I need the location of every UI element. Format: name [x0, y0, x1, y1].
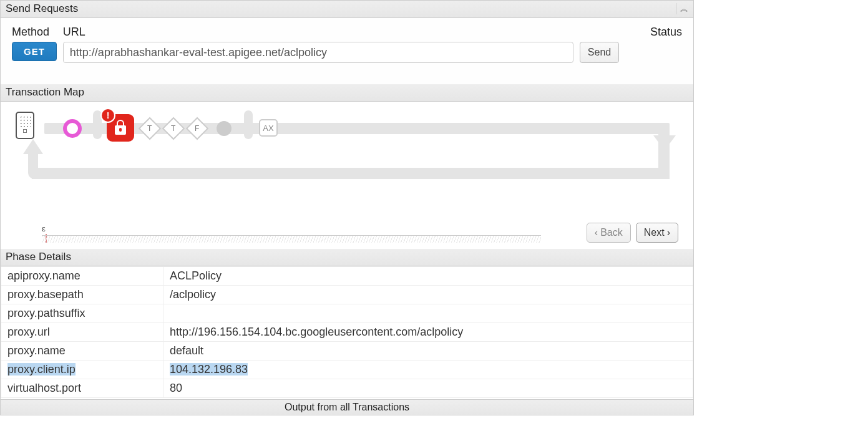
send-button[interactable]: Send [580, 42, 619, 63]
timeline-track [42, 235, 541, 243]
transaction-map-body: ! T T F AX [1, 102, 693, 249]
method-label: Method [12, 26, 57, 39]
device-home [23, 129, 27, 133]
phase-key: proxy.url [7, 326, 50, 338]
condition-node-2[interactable]: T [165, 120, 182, 137]
flow-line-bottom [32, 168, 670, 179]
phase-key: proxy.name [7, 344, 66, 357]
phase-value: http://196.156.154.104.bc.googleusercont… [170, 326, 463, 338]
request-row: Method GET URL Send Status [12, 26, 682, 63]
device-grid [19, 115, 31, 127]
main-column: Send Requests ︽ Method GET URL Send Stat… [0, 0, 694, 415]
lock-icon: ! [107, 114, 134, 142]
url-input[interactable] [63, 42, 573, 63]
phase-details-table: apiproxy.nameACLPolicyproxy.basepath/acl… [1, 266, 693, 398]
phase-value: 80 [170, 382, 182, 394]
dot-node[interactable] [217, 121, 232, 136]
chevron-right-icon: › [667, 227, 670, 238]
error-badge-icon: ! [102, 109, 114, 122]
phase-key: virtualhost.port [7, 382, 81, 394]
transaction-map-title: Transaction Map [6, 86, 84, 99]
phase-value: default [170, 344, 203, 357]
nav-buttons: ‹ Back Next › [587, 223, 678, 243]
method-col: Method GET [12, 26, 57, 61]
back-button[interactable]: ‹ Back [587, 223, 631, 243]
table-row[interactable]: proxy.pathsuffix [1, 304, 693, 323]
request-start-node[interactable] [63, 119, 82, 138]
client-device-icon[interactable] [16, 112, 34, 139]
chevron-left-icon: ‹ [595, 227, 598, 238]
diamond-icon: T [139, 117, 162, 140]
table-row[interactable]: proxy.urlhttp://196.156.154.104.bc.googl… [1, 323, 693, 342]
diamond-icon: T [162, 117, 185, 140]
send-requests-title: Send Requests [6, 2, 78, 15]
method-button[interactable]: GET [12, 42, 57, 61]
next-button[interactable]: Next › [636, 223, 678, 243]
send-col: Send [580, 26, 619, 63]
phase-key: proxy.pathsuffix [7, 307, 85, 319]
send-requests-header: Send Requests ︽ [1, 1, 693, 18]
phase-key: proxy.client.ip [7, 363, 76, 376]
ring-icon [63, 119, 82, 138]
separator-1 [93, 110, 102, 139]
send-requests-panel: Send Requests ︽ Method GET URL Send Stat… [1, 1, 693, 84]
table-row[interactable]: apiproxy.nameACLPolicy [1, 267, 693, 286]
epsilon-label: ε [42, 224, 46, 233]
transaction-map-panel: Transaction Map ! [1, 84, 693, 249]
url-col: URL [63, 26, 573, 63]
right-gutter [694, 0, 868, 441]
phase-details-title: Phase Details [6, 251, 71, 263]
timeline[interactable]: ε [42, 225, 541, 243]
phase-value: /aclpolicy [170, 288, 216, 301]
dot-icon [217, 121, 232, 136]
arrow-up-icon [23, 139, 43, 154]
lock-body-icon [115, 125, 126, 135]
condition-node-3[interactable]: F [189, 120, 205, 137]
ax-node[interactable]: AX [259, 119, 278, 137]
flow-wrap: ! T T F AX [13, 110, 681, 191]
table-row[interactable]: proxy.basepath/aclpolicy [1, 286, 693, 304]
ax-icon: AX [259, 119, 278, 137]
status-label: Status [650, 26, 682, 39]
phase-value: ACLPolicy [170, 269, 222, 282]
back-label: Back [600, 227, 623, 238]
phase-details-panel: Phase Details apiproxy.nameACLPolicyprox… [1, 249, 693, 398]
arrow-up-stem [28, 153, 38, 179]
table-row[interactable]: virtualhost.port80 [1, 379, 693, 398]
diamond-icon: F [186, 117, 209, 140]
separator-2 [244, 110, 253, 139]
next-label: Next [644, 227, 665, 238]
status-col: Status [650, 26, 682, 42]
table-row[interactable]: proxy.client.ip104.132.196.83 [1, 361, 693, 379]
phase-key: proxy.basepath [7, 288, 84, 301]
phase-value: 104.132.196.83 [170, 363, 248, 376]
send-requests-body: Method GET URL Send Status [1, 18, 693, 84]
phase-key: apiproxy.name [7, 269, 80, 282]
spacer-label [580, 26, 619, 39]
timeline-row: ε ‹ Back Next › [13, 223, 681, 243]
collapse-icon[interactable]: ︽ [676, 3, 687, 14]
transaction-map-header: Transaction Map [1, 84, 693, 102]
acl-policy-node[interactable]: ! [107, 114, 134, 142]
phase-details-header: Phase Details [1, 249, 693, 266]
table-row[interactable]: proxy.namedefault [1, 342, 693, 361]
arrow-down-icon [653, 135, 676, 150]
footer-bar[interactable]: Output from all Transactions [1, 399, 693, 415]
url-label: URL [63, 26, 573, 39]
condition-node-1[interactable]: T [142, 120, 158, 137]
